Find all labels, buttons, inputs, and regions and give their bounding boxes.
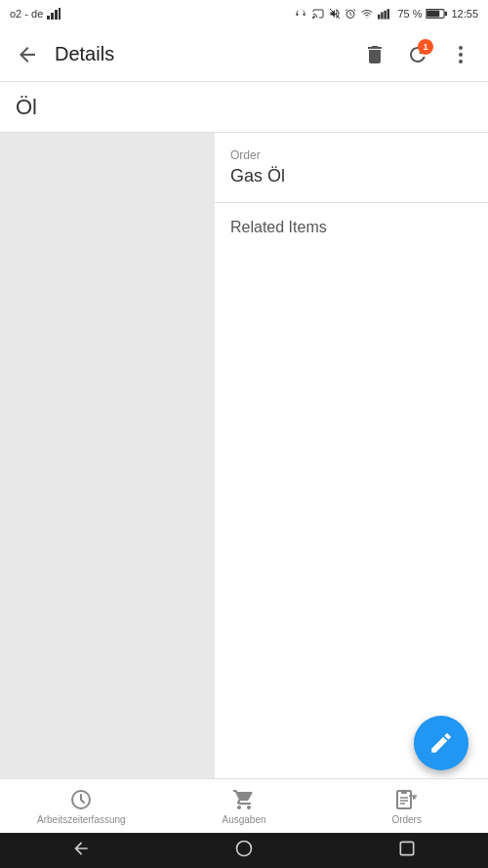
battery-text: 75 % bbox=[397, 8, 422, 20]
clock-icon bbox=[69, 788, 93, 811]
svg-point-17 bbox=[459, 60, 463, 63]
svg-point-15 bbox=[459, 46, 463, 50]
page-title-bar: Öl bbox=[0, 82, 488, 133]
related-items-title: Related Items bbox=[230, 219, 472, 236]
battery-icon bbox=[426, 8, 447, 20]
fab-edit-button[interactable] bbox=[414, 716, 468, 770]
svg-point-4 bbox=[312, 17, 314, 19]
refresh-button[interactable]: 1 bbox=[398, 35, 437, 74]
svg-rect-1 bbox=[51, 13, 54, 20]
svg-rect-10 bbox=[385, 11, 386, 20]
svg-rect-22 bbox=[400, 842, 413, 854]
right-panel: Order Gas Öl Related Items bbox=[215, 133, 488, 778]
time-text: 12:55 bbox=[451, 8, 478, 20]
android-recents-icon bbox=[397, 839, 417, 858]
app-bar-actions: 1 bbox=[355, 35, 480, 74]
bottom-nav: Arbeitszeiterfassung Ausgaben Orders bbox=[0, 778, 488, 833]
notification-badge: 1 bbox=[418, 39, 433, 55]
related-items-card: Related Items bbox=[215, 203, 488, 778]
app-bar-title: Details bbox=[55, 43, 355, 65]
delete-icon bbox=[363, 43, 386, 66]
status-bar: o2 - de bbox=[0, 0, 488, 27]
cast-icon bbox=[311, 8, 325, 20]
bottom-nav-label-orders: Orders bbox=[391, 814, 422, 825]
android-home-icon bbox=[234, 839, 254, 858]
svg-rect-14 bbox=[427, 11, 440, 18]
svg-rect-20 bbox=[401, 790, 407, 794]
left-panel bbox=[0, 133, 215, 778]
wifi-icon bbox=[360, 8, 374, 20]
back-icon bbox=[16, 43, 39, 66]
headphone-icon bbox=[294, 8, 307, 20]
svg-rect-9 bbox=[382, 12, 384, 19]
signal-icon bbox=[47, 8, 61, 20]
bottom-nav-item-arbeitszeiterfassung[interactable]: Arbeitszeiterfassung bbox=[0, 779, 163, 833]
svg-rect-13 bbox=[445, 12, 447, 16]
delete-button[interactable] bbox=[355, 35, 394, 74]
cart-icon bbox=[232, 788, 256, 811]
network-icon bbox=[378, 8, 393, 20]
svg-point-7 bbox=[367, 18, 368, 19]
svg-rect-2 bbox=[55, 10, 58, 20]
mute-icon bbox=[329, 8, 341, 20]
orders-icon bbox=[395, 788, 419, 811]
android-home-button[interactable] bbox=[234, 839, 254, 862]
page-title: Öl bbox=[16, 95, 37, 120]
android-back-button[interactable] bbox=[71, 839, 91, 862]
svg-point-16 bbox=[459, 53, 463, 57]
carrier-text: o2 - de bbox=[10, 8, 43, 20]
svg-rect-0 bbox=[47, 16, 50, 20]
svg-rect-8 bbox=[378, 15, 380, 20]
svg-point-21 bbox=[236, 842, 251, 856]
bottom-nav-label-arbeitszeiterfassung: Arbeitszeiterfassung bbox=[37, 814, 126, 825]
android-back-icon bbox=[71, 839, 91, 858]
edit-icon bbox=[428, 730, 454, 756]
order-label: Order bbox=[230, 148, 472, 162]
svg-rect-3 bbox=[59, 8, 61, 20]
bottom-nav-item-orders[interactable]: Orders bbox=[325, 779, 488, 833]
order-value: Gas Öl bbox=[230, 166, 472, 186]
svg-rect-11 bbox=[387, 9, 389, 19]
status-right: 75 % 12:55 bbox=[294, 8, 478, 20]
more-options-button[interactable] bbox=[441, 35, 480, 74]
status-left: o2 - de bbox=[10, 8, 61, 20]
more-vert-icon bbox=[449, 43, 472, 66]
bottom-nav-label-ausgaben: Ausgaben bbox=[222, 814, 265, 825]
alarm-icon bbox=[345, 8, 356, 20]
order-card: Order Gas Öl bbox=[215, 133, 488, 202]
main-content: Order Gas Öl Related Items bbox=[0, 133, 488, 778]
back-button[interactable] bbox=[8, 35, 47, 74]
android-recents-button[interactable] bbox=[397, 839, 417, 862]
app-bar: Details 1 bbox=[0, 27, 488, 82]
bottom-nav-item-ausgaben[interactable]: Ausgaben bbox=[163, 779, 326, 833]
android-nav-bar bbox=[0, 833, 488, 868]
